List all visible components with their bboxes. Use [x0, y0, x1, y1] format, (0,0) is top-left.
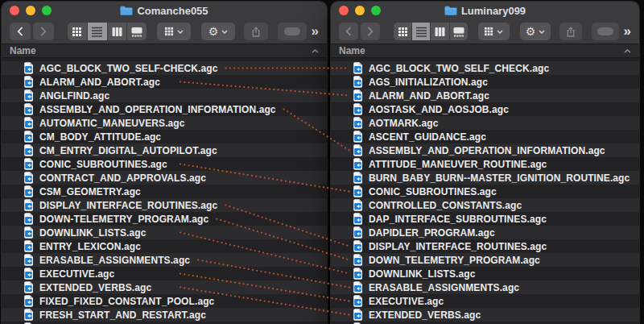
- file-row[interactable]: CM_BODY_ATTITUDE.agc: [2, 130, 327, 143]
- file-row[interactable]: CONIC_SUBROUTINES.agc: [2, 157, 327, 171]
- close-button[interactable]: [10, 6, 19, 15]
- agc-file-icon: [23, 254, 34, 266]
- file-row[interactable]: AOTMARK.agc: [331, 116, 639, 130]
- back-button[interactable]: [339, 23, 358, 40]
- file-row[interactable]: BURN_BABY_BURN--MASTER_IGNITION_ROUTINE.…: [331, 171, 639, 185]
- file-name: BURN_BABY_BURN--MASTER_IGNITION_ROUTINE.…: [369, 172, 630, 184]
- file-row[interactable]: EXTENDED_VERBS.agc: [2, 280, 327, 294]
- file-row[interactable]: ANGLFIND.agc: [2, 89, 327, 102]
- zoom-button[interactable]: [42, 6, 52, 15]
- file-row[interactable]: DISPLAY_INTERFACE_ROUTINES.agc: [331, 239, 639, 253]
- share-button[interactable]: [244, 23, 268, 40]
- zoom-button[interactable]: [371, 6, 381, 15]
- minimize-button[interactable]: [355, 6, 365, 15]
- file-row[interactable]: AGC_BLOCK_TWO_SELF_CHECK.agc: [331, 61, 639, 75]
- file-row[interactable]: AOSTASK_AND_AOSJOB.agc: [331, 102, 639, 116]
- titlebar[interactable]: Luminary099: [331, 2, 639, 19]
- view-list-button[interactable]: [88, 23, 107, 40]
- file-row[interactable]: CONTROLLED_CONSTANTS.agc: [331, 198, 639, 212]
- file-row[interactable]: CM_ENTRY_DIGITAL_AUTOPILOT.agc: [2, 143, 327, 157]
- file-row[interactable]: AUTOMATIC_MANEUVERS.agc: [2, 116, 327, 130]
- file-row[interactable]: DOWN-TELEMETRY_PROGRAM.agc: [2, 212, 327, 226]
- tag-icon: [597, 27, 613, 35]
- file-name: CONTROLLED_CONSTANTS.agc: [369, 200, 522, 211]
- file-row[interactable]: DOWNLINK_LISTS.agc: [2, 226, 327, 239]
- file-row[interactable]: ASSEMBLY_AND_OPERATION_INFORMATION.agc: [331, 143, 639, 157]
- actions-button[interactable]: ⚙: [520, 23, 551, 40]
- view-icons-button[interactable]: [394, 23, 411, 40]
- file-name: AGS_INITIALIZATION.agc: [369, 77, 488, 88]
- view-icons-button[interactable]: [68, 23, 87, 40]
- file-row[interactable]: EXTENDED_VERBS.agc: [331, 308, 639, 322]
- file-row[interactable]: DOWN_TELEMETRY_PROGRAM.agc: [331, 253, 639, 267]
- file-row[interactable]: ATTITUDE_MANEUVER_ROUTINE.agc: [331, 157, 639, 171]
- gallery-view-icon: [131, 27, 142, 37]
- share-button[interactable]: [559, 23, 582, 40]
- agc-file-icon: [353, 213, 363, 225]
- view-gallery-button[interactable]: [127, 23, 147, 40]
- actions-button[interactable]: ⚙: [201, 23, 235, 40]
- file-row[interactable]: EXECUTIVE.agc: [2, 267, 327, 280]
- view-list-button[interactable]: [412, 23, 430, 40]
- forward-button[interactable]: [33, 23, 54, 40]
- file-row[interactable]: FRESH_START_AND_RESTART.agc: [2, 308, 327, 322]
- file-name: ASSEMBLY_AND_OPERATION_INFORMATION.agc: [39, 104, 276, 115]
- file-row[interactable]: DAP_INTERFACE_SUBROUTINES.agc: [331, 212, 639, 226]
- file-row[interactable]: AGS_INITIALIZATION.agc: [331, 75, 639, 89]
- file-row[interactable]: EXECUTIVE.agc: [331, 294, 639, 308]
- view-columns-button[interactable]: [431, 23, 448, 40]
- file-row[interactable]: CSM_GEOMETRY.agc: [2, 185, 327, 198]
- close-button[interactable]: [339, 6, 349, 15]
- agc-file-icon: [353, 76, 363, 88]
- agc-file-icon: [23, 281, 34, 293]
- group-button[interactable]: [478, 23, 510, 40]
- sort-ascending-icon: [312, 49, 319, 53]
- titlebar[interactable]: Comanche055: [2, 2, 327, 19]
- agc-file-icon: [23, 131, 34, 143]
- file-name: AGC_BLOCK_TWO_SELF_CHECK.agc: [369, 63, 549, 74]
- columns-view-icon: [435, 27, 445, 37]
- file-name: DOWN_TELEMETRY_PROGRAM.agc: [369, 255, 540, 266]
- agc-file-icon: [23, 226, 34, 239]
- file-row[interactable]: ASCENT_GUIDANCE.agc: [331, 130, 639, 143]
- file-row[interactable]: DAPIDLER_PROGRAM.agc: [331, 226, 639, 239]
- forward-button[interactable]: [361, 23, 380, 40]
- file-name: EXTENDED_VERBS.agc: [39, 282, 151, 293]
- file-name: ERASABLE_ASSIGNMENTS.agc: [39, 255, 190, 266]
- chevron-left-icon: [345, 27, 352, 36]
- file-row[interactable]: AGC_BLOCK_TWO_SELF-CHECK.agc: [2, 61, 327, 75]
- toolbar: ⚙ »: [2, 19, 327, 44]
- file-name: AOTMARK.agc: [369, 118, 438, 129]
- file-name: DISPLAY_INTERFACE_ROUTINES.agc: [39, 200, 217, 211]
- toolbar-overflow-button[interactable]: »: [619, 23, 631, 40]
- file-row[interactable]: ASSEMBLY_AND_OPERATION_INFORMATION.agc: [2, 102, 327, 116]
- window-title-text: Comanche055: [137, 5, 208, 17]
- view-gallery-button[interactable]: [450, 23, 468, 40]
- file-row[interactable]: CONTRACT_AND_APPROVALS.agc: [2, 171, 327, 185]
- tag-button[interactable]: [592, 23, 618, 40]
- column-header-name[interactable]: Name: [2, 44, 327, 58]
- minimize-button[interactable]: [26, 6, 35, 15]
- file-row[interactable]: FIXED_FIXED_CONSTANT_POOL.agc: [2, 294, 327, 308]
- file-row[interactable]: DOWNLINK_LISTS.agc: [331, 267, 639, 280]
- agc-file-icon: [23, 144, 34, 156]
- file-name: FRESH_START_AND_RESTART.agc: [39, 309, 206, 321]
- tag-button[interactable]: [278, 23, 307, 40]
- back-button[interactable]: [10, 23, 31, 40]
- agc-file-icon: [353, 281, 363, 293]
- file-row[interactable]: DISPLAY_INTERFACE_ROUTINES.agc: [2, 198, 327, 212]
- file-row[interactable]: ALARM_AND_ABORT.agc: [2, 75, 327, 89]
- view-columns-button[interactable]: [108, 23, 127, 40]
- sort-ascending-icon: [624, 49, 631, 53]
- file-row[interactable]: ERASABLE_ASSIGNMENTS.agc: [331, 280, 639, 294]
- toolbar-overflow-button[interactable]: »: [307, 23, 319, 40]
- file-row[interactable]: CONIC_SUBROUTINES.agc: [331, 185, 639, 198]
- agc-file-icon: [353, 295, 363, 307]
- column-header-name[interactable]: Name: [331, 44, 639, 58]
- group-button[interactable]: [157, 23, 191, 40]
- file-row[interactable]: ALARM_AND_ABORT.agc: [331, 89, 639, 102]
- file-row[interactable]: ERASABLE_ASSIGNMENTS.agc: [2, 253, 327, 267]
- file-name: ENTRY_LEXICON.agc: [39, 241, 141, 252]
- file-row[interactable]: ENTRY_LEXICON.agc: [2, 239, 327, 253]
- file-name: CM_BODY_ATTITUDE.agc: [39, 131, 161, 143]
